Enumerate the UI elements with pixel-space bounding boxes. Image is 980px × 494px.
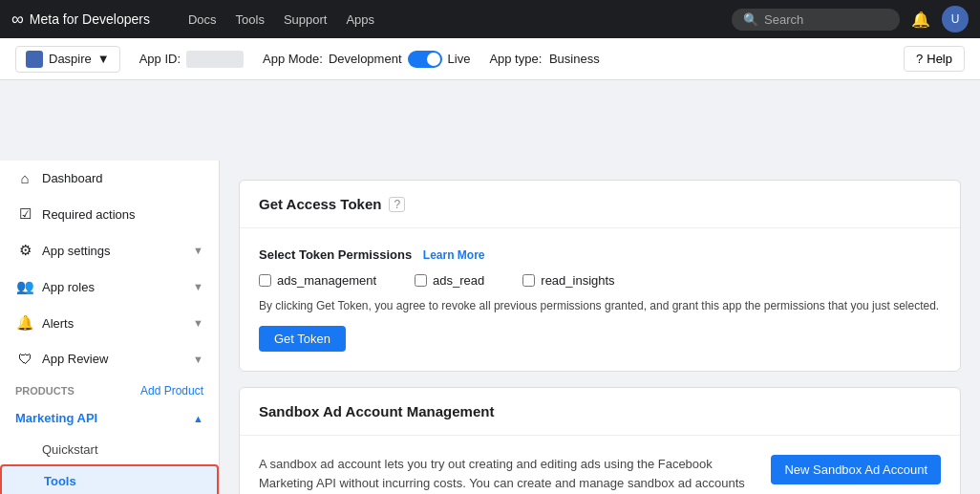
permission-read-insights[interactable]: read_insights [522,273,614,288]
main-content: Get Access Token ? Select Token Permissi… [220,161,980,494]
content-area: Get Access Token ? Select Token Permissi… [220,161,980,494]
permissions-title: Select Token Permissions Learn More [259,247,941,262]
read-insights-checkbox[interactable] [522,274,535,287]
sidebar-item-alerts[interactable]: 🔔 Alerts ▼ [0,305,219,341]
permissions-title-text: Select Token Permissions [259,247,412,262]
sidebar-app-review-label: App Review [42,352,108,366]
app-type-section: App type: Business [489,52,599,66]
quickstart-label: Quickstart [42,442,98,457]
sandbox-card-body: A sandbox ad account lets you try out cr… [240,436,960,494]
ads-read-label: ads_read [433,273,484,288]
add-product-link[interactable]: Add Product [140,384,203,397]
sidebar-item-dashboard[interactable]: ⌂ Dashboard [0,161,219,196]
app-mode-label: App Mode: [263,52,323,66]
search-input[interactable] [764,12,888,27]
app-name: Daspire [49,52,92,66]
sidebar-item-required-actions[interactable]: ☑ Required actions [0,196,219,232]
token-help-icon[interactable]: ? [389,197,405,212]
sidebar-item-app-settings[interactable]: ⚙ App settings ▼ [0,232,219,268]
required-actions-icon: ☑ [15,205,34,223]
app-icon [26,51,43,68]
permission-ads-management[interactable]: ads_management [259,273,376,288]
sidebar-dashboard-label: Dashboard [42,171,103,185]
sidebar-item-marketing-api[interactable]: Marketing API ▲ [0,401,219,435]
app-mode-toggle[interactable] [408,51,442,68]
chevron-down-icon: ▼ [193,354,203,365]
app-id-value [186,51,244,68]
app-review-icon: 🛡 [15,351,34,367]
app-selector[interactable]: Daspire ▼ [15,46,120,73]
sandbox-card-header: Sandbox Ad Account Management [240,388,960,436]
sandbox-text: A sandbox ad account lets you try out cr… [259,455,752,494]
token-card-title: Get Access Token [259,196,381,212]
sidebar-app-settings-label: App settings [42,244,111,258]
app-mode-value: Development [329,52,402,66]
app-type-label: App type: [489,52,542,66]
top-nav: ∞ Meta for Developers Docs Tools Support… [0,0,980,38]
permission-ads-read[interactable]: ads_read [415,273,484,288]
subheader: Daspire ▼ App ID: App Mode: Development … [0,38,980,80]
top-nav-right: 🔍 🔔 U [732,6,969,32]
sidebar-products-section: Products Add Product [0,376,219,401]
settings-icon: ⚙ [15,242,34,259]
dashboard-icon: ⌂ [15,170,34,186]
nav-tools[interactable]: Tools [236,12,265,27]
permissions-note: By clicking Get Token, you agree to revo… [259,299,941,312]
sidebar-subitem-quickstart[interactable]: Quickstart [0,435,219,464]
learn-more-link[interactable]: Learn More [423,248,485,262]
sidebar-subitem-tools[interactable]: Tools [0,464,219,494]
marketing-api-label: Marketing API [15,411,97,425]
tools-label: Tools [44,474,76,488]
permissions-row: ads_management ads_read read_insights [259,273,941,288]
app-id-label: App ID: [139,52,181,66]
help-label: Help [927,52,952,66]
alerts-icon: 🔔 [15,314,34,332]
sidebar-item-app-roles[interactable]: 👥 App roles ▼ [0,268,219,305]
nav-support[interactable]: Support [284,12,328,27]
search-bar[interactable]: 🔍 [732,9,900,31]
help-button[interactable]: ? Help [904,46,965,72]
search-icon: 🔍 [743,12,758,27]
sandbox-card-title: Sandbox Ad Account Management [259,403,494,419]
ads-read-checkbox[interactable] [415,274,427,287]
chevron-down-icon: ▼ [193,245,203,256]
logo-text: Meta for Developers [30,11,150,27]
logo: ∞ Meta for Developers [11,10,150,30]
token-card-body: Select Token Permissions Learn More ads_… [240,228,960,371]
sidebar-app-roles-label: App roles [42,280,95,294]
sidebar-alerts-label: Alerts [42,316,74,331]
app-mode-live: Live [448,52,471,66]
app-roles-icon: 👥 [15,278,34,295]
sandbox-card: Sandbox Ad Account Management A sandbox … [239,387,961,494]
bell-icon[interactable]: 🔔 [911,11,930,29]
sandbox-description: A sandbox ad account lets you try out cr… [259,455,752,494]
top-nav-links: Docs Tools Support Apps [188,12,374,27]
app-mode-section: App Mode: Development Live [263,51,470,68]
get-token-button[interactable]: Get Token [259,326,346,352]
token-card-header: Get Access Token ? [240,181,960,228]
sidebar-required-actions-label: Required actions [42,207,136,222]
app-type-value: Business [549,52,600,66]
nav-docs[interactable]: Docs [188,12,217,27]
chevron-up-icon: ▲ [193,413,203,424]
chevron-down-icon: ▼ [193,281,203,292]
ads-management-checkbox[interactable] [259,274,271,287]
nav-apps[interactable]: Apps [346,12,374,27]
layout: ⌂ Dashboard ☑ Required actions ⚙ App set… [0,161,980,494]
token-card: Get Access Token ? Select Token Permissi… [239,180,961,372]
toggle-knob [427,53,440,66]
sidebar: ⌂ Dashboard ☑ Required actions ⚙ App set… [0,161,220,494]
avatar[interactable]: U [942,6,969,32]
help-icon: ? [916,52,923,66]
meta-logo-icon: ∞ [11,10,24,30]
ads-management-label: ads_management [277,273,376,288]
app-id-section: App ID: [139,51,244,68]
chevron-down-icon: ▼ [97,52,110,66]
sidebar-item-app-review[interactable]: 🛡 App Review ▼ [0,341,219,376]
new-sandbox-button[interactable]: New Sandbox Ad Account [771,455,941,484]
chevron-down-icon: ▼ [193,317,203,329]
products-label: Products [15,385,75,397]
read-insights-label: read_insights [541,273,614,288]
